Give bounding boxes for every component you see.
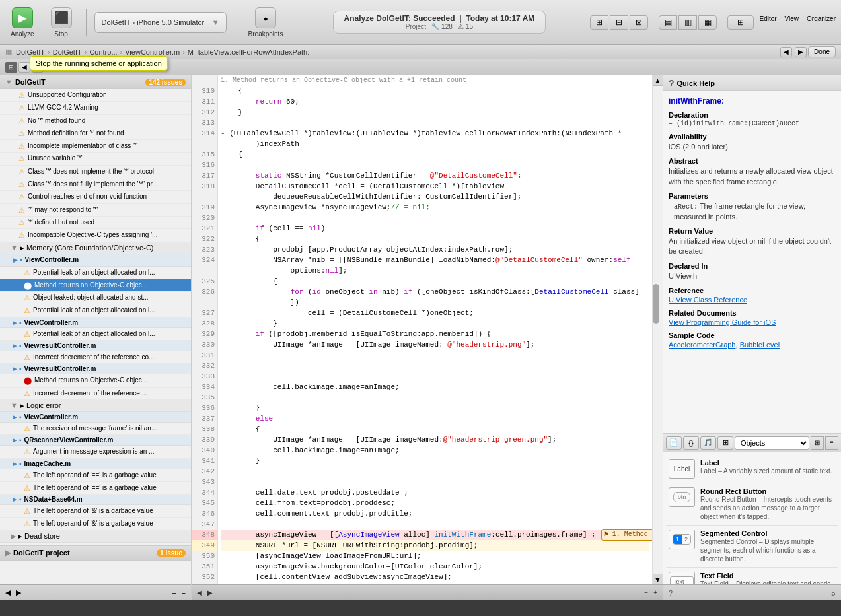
widget-icon-btn[interactable]: ⊞ <box>717 436 733 450</box>
nsdata-header[interactable]: ▸ ▪ NSData+Base64.m <box>0 495 191 505</box>
braces-icon-btn[interactable]: {} <box>683 436 699 450</box>
nsdata-item-1[interactable]: ⚠ The left operand of '&' is a garbage v… <box>0 518 191 530</box>
issue-item-1[interactable]: ⚠ LLVM GCC 4.2 Warning <box>0 102 191 114</box>
logic-vc-header[interactable]: ▸ ▪ ViewController.m <box>0 412 191 423</box>
issue-item-2[interactable]: ⚠ No '*' method found <box>0 115 191 127</box>
vertical-scrollbar[interactable]: ▲ ▼ <box>652 75 663 584</box>
rp-search-icon[interactable]: ⌕ <box>831 589 836 597</box>
deadstore-group-header[interactable]: ▶ ▸ Dead store <box>0 531 191 543</box>
warn-icon: ⚠ <box>18 154 25 163</box>
viewresult-item-1[interactable]: ⬤ Method returns an Objective-C objec... <box>0 374 191 387</box>
next-nav-btn[interactable]: ▶ <box>795 47 807 57</box>
viewresult-header-1[interactable]: ▸ ▪ ViewresultController.m <box>0 341 191 351</box>
status-zoom-out[interactable]: − <box>644 589 648 596</box>
left-panel-add[interactable]: + <box>172 589 176 597</box>
editor-view-btn[interactable]: ⊞ <box>590 15 608 30</box>
code-line: cell.date.text=prodobj.posteddate ; <box>221 487 649 498</box>
status-prev[interactable]: ◀ <box>197 589 202 596</box>
file-icon-btn[interactable]: 📄 <box>666 436 682 450</box>
issue-item-8[interactable]: ⚠ Control reaches end of non-void functi… <box>0 191 191 203</box>
qrscanner-header[interactable]: ▸ ▪ QRscannerViewController.m <box>0 435 191 446</box>
organizer-label: Organizer <box>807 15 836 22</box>
error-badge-348[interactable]: ⚑ 1. Method returns an Objective-C objec… <box>601 529 652 541</box>
breakpoints-button[interactable]: ⬥ Breakpoints <box>243 5 289 40</box>
viewresult-item-2[interactable]: ⚠ Incorrect decrement of the reference .… <box>0 388 191 400</box>
bottom-panel-btn[interactable]: ▥ <box>678 15 697 30</box>
status-next[interactable]: ▶ <box>207 589 213 596</box>
qh-reference-value[interactable]: UIView Class Reference <box>669 296 836 304</box>
imagecache-header[interactable]: ▸ ▪ ImageCache.m <box>0 459 191 469</box>
scroll-down[interactable]: ▼ <box>653 574 663 584</box>
viewresult-header-2[interactable]: ▸ ▪ ViewresultController.m <box>0 364 191 374</box>
left-panel-remove[interactable]: − <box>182 589 186 597</box>
code-line: } <box>221 318 649 329</box>
left-panel-btn[interactable]: ▤ <box>659 15 677 30</box>
scroll-up[interactable]: ▲ <box>653 75 663 86</box>
objects-dropdown[interactable]: Objects <box>735 436 809 450</box>
project-header[interactable]: ▼ DolGetIT 142 issues <box>0 75 191 89</box>
issue-item-9[interactable]: ⚠ '*' may not respond to '*' <box>0 204 191 217</box>
rp-help-icon[interactable]: ? <box>669 589 673 597</box>
imagecache-item-1[interactable]: ⚠ The left operand of '==' is a garbage … <box>0 482 191 495</box>
breakpoints-label: Breakpoints <box>248 30 283 38</box>
qh-sample-1[interactable]: BubbleLevel <box>740 341 780 349</box>
qrscanner-item-0[interactable]: ⚠ Argument in message expression is an .… <box>0 446 191 458</box>
qh-related-value[interactable]: View Programming Guide for iOS <box>669 318 836 326</box>
right-panel-btn[interactable]: ▦ <box>698 15 717 30</box>
organizer-btn[interactable]: ⊞ <box>727 15 754 30</box>
tooltip: Stop the running scheme or application <box>30 56 168 71</box>
bottom-project-header[interactable]: ▶ DolGetIT project 1 issue <box>0 546 191 561</box>
viewcontroller-header-2[interactable]: ▸ ▪ ViewController.m <box>0 318 191 328</box>
logic-item-0[interactable]: ⚠ The receiver of message 'frame' is nil… <box>0 423 191 435</box>
code-line: UIImage *anImage = [UIImage imageNamed: … <box>221 339 649 350</box>
issue-item-7[interactable]: ⚠ Class '*' does not fully implement the… <box>0 178 191 191</box>
left-panel-prev[interactable]: ◀ <box>5 588 11 597</box>
issue-item-3[interactable]: ⚠ Method definition for '*' not found <box>0 127 191 140</box>
stop-button[interactable]: ⬛ Stop <box>45 5 78 40</box>
prev-nav-btn[interactable]: ◀ <box>780 47 792 57</box>
issue-item-0[interactable]: ⚠ Unsupported Configuration <box>0 89 191 102</box>
object-item-button[interactable]: btn Round Rect Button Round Rect Button … <box>666 483 838 526</box>
viewcontroller-header-1[interactable]: ▸ ▪ ViewController.m <box>0 254 191 267</box>
run-button[interactable]: ▶ Analyze <box>5 5 40 40</box>
issue-item-10[interactable]: ⚠ '*' defined but not used <box>0 217 191 229</box>
viewresult-item-0[interactable]: ⚠ Incorrect decrement of the reference c… <box>0 351 191 364</box>
breadcrumb-item-4[interactable]: M -tableView:cellForRowAtIndexPath: <box>188 48 309 56</box>
version-view-btn[interactable]: ⊠ <box>630 15 648 30</box>
issue-item-5[interactable]: ⚠ Unused variable '*' <box>0 153 191 165</box>
media-icon-btn[interactable]: 🎵 <box>700 436 716 450</box>
memory-group-header[interactable]: ▼ ▸ Memory (Core Foundation/Objective-C) <box>0 242 191 254</box>
issue-item-11[interactable]: ⚠ Incompatible Objective-C types assigni… <box>0 229 191 242</box>
grid-view-btn[interactable]: ⊞ <box>811 436 824 450</box>
memory-item-1[interactable]: ⬤ Method returns an Objective-C objec... <box>0 279 191 292</box>
panel-prev-btn[interactable]: ◀ <box>18 62 30 73</box>
scheme-selector[interactable]: DolGetIT › iPhone 5.0 Simulator ▼ <box>94 12 227 33</box>
memory-item-0[interactable]: ⚠ Potential leak of an object allocated … <box>0 267 191 279</box>
object-item-segmented[interactable]: 1 2 Segmented Control Segmented Control … <box>666 526 838 568</box>
object-item-textfield[interactable]: Text Text Field Text Field – Displays ed… <box>666 568 838 584</box>
breadcrumb-item-2[interactable]: Contro... <box>89 48 117 56</box>
breadcrumb-item-0[interactable]: DolGetIT <box>16 48 45 56</box>
scroll-thumb[interactable] <box>653 284 659 324</box>
left-panel-next[interactable]: ▶ <box>16 588 21 597</box>
list-view-btn[interactable]: ≡ <box>825 436 838 450</box>
memory-item-3[interactable]: ⚠ Potential leak of an object allocated … <box>0 304 191 317</box>
breadcrumb-item-3[interactable]: ViewController.m <box>125 48 180 56</box>
code-content[interactable]: 1. Method returns an Objective-C object … <box>218 75 652 584</box>
issue-item-6[interactable]: ⚠ Class '*' does not implement the '*' p… <box>0 166 191 178</box>
issue-item-4[interactable]: ⚠ Incomplete implementation of class '*' <box>0 140 191 153</box>
memory-item-4[interactable]: ⚠ Potential leak of an object allocated … <box>0 328 191 341</box>
memory-item-2[interactable]: ⚠ Object leaked: object allocated and st… <box>0 292 191 304</box>
done-button[interactable]: Done <box>808 46 836 57</box>
nsdata-item-0[interactable]: ⚠ The left operand of '&' is a garbage v… <box>0 505 191 518</box>
qh-sample-0[interactable]: AccelerometerGraph <box>669 341 736 349</box>
assistant-view-btn[interactable]: ⊟ <box>610 15 628 30</box>
logic-group-header[interactable]: ▼ ▸ Logic error <box>0 400 191 412</box>
object-item-label[interactable]: Label Label Label – A variably sized amo… <box>666 455 838 483</box>
imagecache-item-0[interactable]: ⚠ The left operand of '==' is a garbage … <box>0 469 191 482</box>
breadcrumb-item-1[interactable]: DolGetIT <box>53 48 82 56</box>
status-zoom-in[interactable]: + <box>653 589 657 596</box>
scroll-track[interactable] <box>653 86 663 574</box>
code-line: { <box>221 276 649 287</box>
code-line <box>221 392 649 403</box>
